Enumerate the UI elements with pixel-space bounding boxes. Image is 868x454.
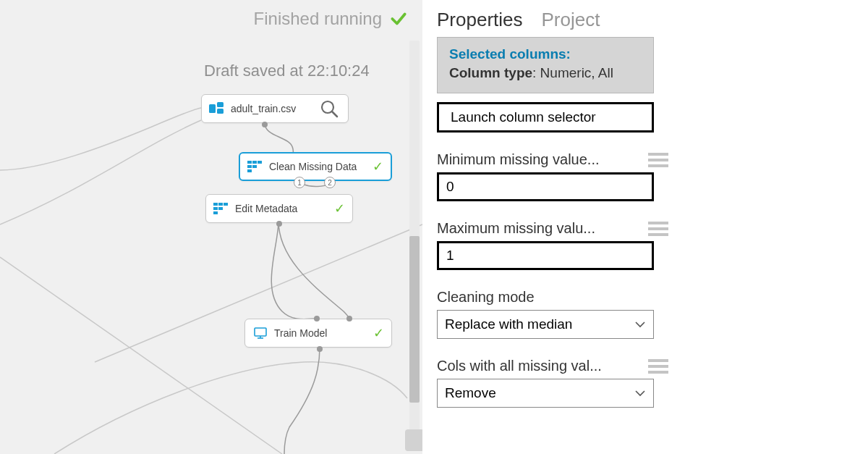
node-label: Edit Metadata (235, 203, 330, 214)
svg-rect-15 (218, 207, 223, 210)
run-status: Finished running (254, 9, 408, 29)
output-port-2[interactable]: 2 (324, 177, 336, 188)
field-menu-icon[interactable] (648, 153, 668, 167)
output-port-1[interactable]: 1 (294, 177, 305, 188)
node-label: Clean Missing Data (269, 161, 368, 172)
cleaning-mode-value: Replace with median (445, 316, 572, 332)
selected-columns-value: Column type: Numeric, All (449, 65, 642, 81)
svg-rect-5 (247, 161, 252, 164)
field-menu-icon[interactable] (648, 359, 668, 374)
node-label: Train Model (274, 327, 369, 339)
dataset-icon (209, 102, 225, 115)
svg-rect-13 (224, 203, 228, 206)
check-icon: ✓ (334, 201, 345, 217)
chevron-down-icon (634, 387, 646, 399)
canvas-scrollbar[interactable] (409, 41, 420, 448)
launch-column-selector-button[interactable]: Launch column selector (437, 102, 654, 133)
svg-rect-16 (213, 211, 218, 214)
svg-rect-0 (209, 104, 216, 113)
train-model-icon (252, 327, 268, 340)
svg-rect-7 (258, 161, 262, 164)
experiment-canvas[interactable]: Finished running Draft saved at 22:10:24… (0, 0, 422, 454)
svg-rect-8 (247, 165, 252, 168)
svg-rect-10 (247, 169, 252, 172)
svg-rect-11 (213, 203, 218, 206)
svg-line-4 (332, 112, 337, 117)
scroll-end-cap (405, 429, 422, 451)
magnifier-icon[interactable] (318, 97, 341, 120)
cols-missing-label: Cols with all missing val... (437, 358, 625, 374)
max-missing-input[interactable] (437, 241, 654, 270)
module-icon (213, 202, 229, 215)
scroll-thumb[interactable] (409, 236, 420, 403)
tab-project[interactable]: Project (542, 9, 600, 31)
svg-rect-2 (217, 109, 224, 114)
svg-rect-14 (213, 207, 218, 210)
node-input-port[interactable] (346, 316, 352, 321)
svg-rect-9 (252, 165, 257, 168)
node-input-port[interactable] (314, 316, 320, 321)
svg-rect-6 (252, 161, 257, 164)
run-status-text: Finished running (254, 9, 382, 29)
module-icon (247, 160, 263, 173)
cols-missing-value: Remove (445, 385, 496, 401)
chevron-down-icon (634, 319, 646, 330)
tab-properties[interactable]: Properties (437, 9, 523, 31)
min-missing-input[interactable] (437, 172, 654, 201)
check-icon (389, 9, 408, 28)
max-missing-label: Maximum missing valu... (437, 220, 625, 237)
cols-missing-select[interactable]: Remove (437, 379, 654, 408)
check-icon: ✓ (373, 159, 383, 175)
node-edit-metadata[interactable]: Edit Metadata ✓ (205, 194, 353, 223)
node-output-port[interactable] (276, 221, 282, 227)
node-dataset[interactable]: adult_train.csv (201, 94, 349, 123)
node-label: adult_train.csv (231, 103, 313, 114)
min-missing-label: Minimum missing value... (437, 151, 625, 168)
svg-rect-1 (217, 102, 224, 107)
draft-saved-label: Draft saved at 22:10:24 (204, 62, 370, 80)
panel-tabs: Properties Project (437, 0, 846, 37)
node-output-port[interactable] (262, 122, 268, 127)
node-clean-missing-data[interactable]: Clean Missing Data ✓ (239, 152, 392, 181)
node-train-model[interactable]: Train Model ✓ (244, 319, 392, 348)
cleaning-mode-label: Cleaning mode (437, 289, 654, 306)
node-output-port[interactable] (317, 346, 323, 352)
cleaning-mode-select[interactable]: Replace with median (437, 310, 654, 339)
selected-columns-title: Selected columns: (449, 46, 642, 62)
selected-columns-box: Selected columns: Column type: Numeric, … (437, 37, 654, 93)
field-menu-icon[interactable] (648, 222, 668, 236)
check-icon: ✓ (373, 325, 384, 341)
properties-panel: Properties Project Selected columns: Col… (422, 0, 868, 454)
svg-rect-12 (218, 203, 223, 206)
svg-rect-17 (255, 328, 266, 336)
